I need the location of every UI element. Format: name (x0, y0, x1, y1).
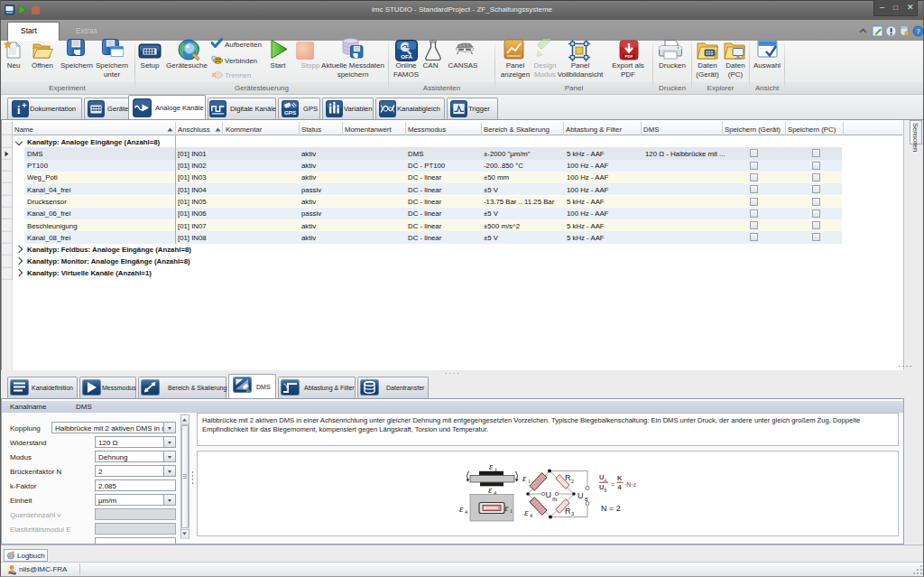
svg-text:GPS: GPS (284, 109, 296, 116)
svg-text:PDF: PDF (625, 54, 633, 59)
svg-text:με: με (246, 388, 250, 393)
svg-text:2: 2 (571, 479, 574, 484)
svg-text:ε: ε (633, 480, 637, 489)
svg-text:·N·: ·N· (624, 481, 633, 488)
svg-text:A: A (605, 479, 607, 483)
svg-text:B: B (605, 489, 607, 493)
svg-text:=: = (611, 481, 614, 488)
svg-text:1: 1 (528, 479, 531, 484)
svg-text:ε: ε (489, 461, 494, 471)
svg-text:OFA: OFA (401, 53, 412, 60)
svg-text:4: 4 (465, 509, 467, 515)
svg-text:4: 4 (530, 513, 532, 518)
svg-text:ε: ε (488, 484, 493, 495)
svg-text:IN: IN (552, 497, 558, 502)
svg-text:?: ? (916, 27, 920, 35)
svg-text:+: + (22, 101, 26, 110)
svg-text:U: U (546, 490, 552, 499)
svg-text:R: R (565, 473, 571, 482)
svg-text:K: K (617, 474, 623, 482)
svg-text:1: 1 (510, 508, 513, 514)
svg-text:N = 2: N = 2 (601, 504, 621, 513)
svg-text:ε: ε (459, 503, 464, 514)
svg-text:1: 1 (494, 467, 497, 472)
svg-text:U: U (578, 491, 584, 500)
svg-text:ε: ε (504, 502, 509, 513)
svg-text:3: 3 (571, 511, 574, 517)
svg-text:4: 4 (618, 483, 623, 491)
svg-text:i: i (17, 104, 21, 116)
svg-text:ε: ε (522, 472, 527, 483)
svg-text:R: R (565, 507, 571, 516)
svg-text:ε: ε (524, 507, 529, 517)
svg-text:B: B (585, 497, 588, 502)
